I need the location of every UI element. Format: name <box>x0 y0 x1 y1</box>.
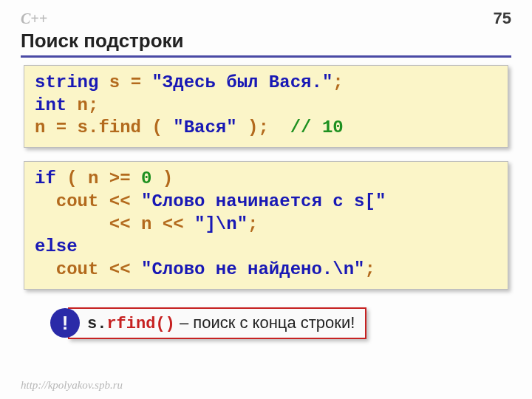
code-block-1: string s = "Здесь был Вася."; int n; n =… <box>24 65 508 148</box>
slide-title: Поиск подстроки <box>21 30 511 58</box>
code-line: int n; <box>35 95 497 117</box>
code-line: << n << "]\n"; <box>35 214 497 236</box>
language-label: C++ <box>21 10 47 27</box>
tip-text: – поиск с конца строки! <box>175 313 355 332</box>
code-line: cout << "Слово не найдено.\n"; <box>35 259 497 282</box>
footer-link: http://kpolyakov.spb.ru <box>21 379 123 392</box>
tip-code-prefix: s. <box>87 315 106 333</box>
code-line: string s = "Здесь был Вася."; <box>35 72 497 95</box>
code-block-2: if ( n >= 0 ) cout << "Слово начинается … <box>24 161 508 290</box>
code-line: cout << "Слово начинается с s[" <box>35 191 497 214</box>
tip-code-fn: rfind() <box>106 315 174 333</box>
exclamation-icon: ! <box>50 308 80 338</box>
page-number: 75 <box>494 9 511 28</box>
header-bar: C++ 75 <box>21 9 511 28</box>
code-line: n = s.find ( "Вася" ); // 10 <box>35 117 497 140</box>
tip-box: s.rfind() – поиск с конца строки! <box>68 307 366 339</box>
tip-callout: ! s.rfind() – поиск с конца строки! <box>50 307 511 339</box>
code-line: else <box>35 236 497 259</box>
code-line: if ( n >= 0 ) <box>35 168 497 191</box>
